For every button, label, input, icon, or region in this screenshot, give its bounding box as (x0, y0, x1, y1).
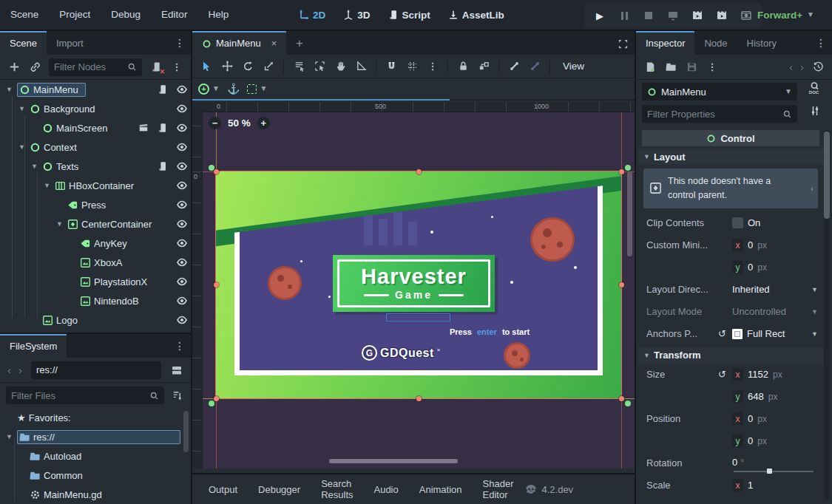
smart-snap-button[interactable] (382, 58, 401, 75)
revert-icon[interactable]: ↺ (718, 328, 726, 339)
collapse-icon[interactable]: ▼ (4, 433, 14, 440)
workspace-3d[interactable]: 3D (337, 10, 376, 21)
visibility-toggle[interactable] (175, 217, 189, 231)
2d-canvas[interactable]: 0 500 1000 0 − 50 % + (192, 102, 635, 469)
filter-properties-field[interactable] (647, 109, 782, 120)
close-icon[interactable]: × (271, 33, 277, 55)
tab-inspector[interactable]: Inspector (636, 31, 694, 55)
distraction-free-button[interactable] (612, 31, 635, 55)
filter-nodes-input[interactable] (49, 58, 142, 76)
visibility-toggle[interactable] (175, 274, 189, 289)
snap-options-menu[interactable]: ⋮ (423, 58, 442, 75)
tab-import[interactable]: Import (47, 31, 93, 55)
filter-nodes-field[interactable] (54, 61, 127, 72)
tab-filesystem[interactable]: FileSystem (0, 334, 67, 358)
zoom-out-button[interactable]: − (209, 117, 221, 129)
tree-row-anykey[interactable]: AnyKey (0, 234, 191, 253)
menu-help[interactable]: Help (197, 0, 239, 30)
visibility-toggle[interactable] (175, 313, 189, 327)
anchor-handle[interactable] (625, 401, 631, 406)
resize-handle-bm[interactable] (416, 396, 422, 401)
new-resource-button[interactable] (640, 58, 660, 76)
fs-row-res[interactable]: ▼ res:// (0, 427, 191, 446)
bottom-tab-shader-editor[interactable]: Shader Editor (474, 478, 523, 500)
resize-handle-mr[interactable] (619, 282, 624, 287)
menu-editor[interactable]: Editor (151, 0, 197, 30)
visibility-toggle[interactable] (175, 140, 189, 154)
filesystem-scrollbar[interactable] (183, 411, 189, 452)
collapse-icon[interactable]: ▼ (17, 143, 27, 151)
instance-scene-button[interactable] (25, 58, 44, 76)
bottom-tab-animation[interactable]: Animation (410, 484, 471, 495)
split-mode-button[interactable] (167, 361, 186, 379)
view-menu-button[interactable]: View (555, 58, 592, 75)
resource-menu-icon[interactable]: ⋮ (703, 58, 722, 76)
dock-menu-icon[interactable]: ⋮ (169, 31, 191, 55)
resize-handle-br[interactable] (619, 396, 624, 401)
resize-handle-tl[interactable] (214, 169, 219, 174)
collapse-icon[interactable]: ▼ (30, 163, 39, 170)
menu-debug[interactable]: Debug (101, 0, 151, 30)
new-scene-tab-button[interactable]: + (286, 31, 312, 55)
canvas-vscrollbar[interactable] (627, 171, 632, 256)
load-resource-button[interactable] (661, 58, 680, 76)
open-script-button[interactable] (155, 159, 170, 174)
layout-warning[interactable]: This node doesn't have a control parent.… (643, 168, 818, 208)
visibility-toggle[interactable] (175, 255, 189, 270)
list-select-button[interactable] (289, 58, 308, 75)
value-field[interactable]: 1 (748, 480, 753, 491)
resize-handle-tr[interactable] (619, 169, 624, 174)
ruler-tool-button[interactable] (351, 58, 371, 75)
bottom-tab-debugger[interactable]: Debugger (249, 484, 309, 495)
layout-direction-dropdown[interactable]: Inherited ▼ (732, 284, 818, 295)
value-field[interactable]: 0 (748, 262, 753, 273)
lock-button[interactable] (453, 58, 473, 75)
value-field[interactable]: 0 (748, 239, 753, 251)
tree-row-press[interactable]: Press (0, 195, 191, 214)
history-forward-icon[interactable]: › (797, 61, 807, 73)
path-field[interactable] (36, 364, 156, 375)
dock-menu-icon[interactable]: ⋮ (810, 31, 832, 55)
collapse-icon[interactable]: ▼ (4, 86, 14, 93)
visibility-toggle[interactable] (175, 120, 189, 135)
visibility-toggle[interactable] (175, 101, 189, 116)
section-layout[interactable]: ▼ Layout (637, 149, 824, 165)
slider-thumb[interactable] (767, 469, 772, 474)
add-node-button[interactable] (4, 58, 24, 76)
fs-row-mainmenu-gd[interactable]: MainMenu.gd (0, 485, 191, 503)
attach-script-button[interactable]: ✕ (146, 58, 166, 76)
tree-row-xboxa[interactable]: XboxA (0, 253, 191, 272)
tree-row-mainmenu[interactable]: ▼ MainMenu (0, 80, 191, 99)
grid-snap-button[interactable] (402, 58, 422, 75)
history-back-icon[interactable]: ‹ (786, 61, 796, 73)
select-tool-button[interactable] (197, 58, 216, 75)
value-field[interactable]: 0 (748, 435, 753, 446)
dock-menu-icon[interactable]: ⋮ (169, 334, 191, 358)
rotate-tool-button[interactable] (238, 58, 257, 75)
visibility-toggle[interactable] (175, 178, 189, 193)
workspace-assetlib[interactable]: AssetLib (442, 10, 510, 21)
move-tool-button[interactable] (217, 58, 237, 75)
extra-filter-options-button[interactable] (809, 105, 821, 117)
value-field[interactable]: 0 (732, 457, 737, 468)
value-field[interactable]: 1152 (748, 369, 768, 380)
selected-node[interactable]: MainMenu (17, 83, 86, 97)
remote-debug-button[interactable] (666, 9, 680, 22)
zoom-level[interactable]: 50 % (228, 118, 251, 129)
pause-button[interactable] (618, 9, 631, 22)
pivot-select-button[interactable] (310, 58, 329, 75)
group-button[interactable] (474, 58, 493, 75)
play-custom-scene-button[interactable] (715, 9, 728, 22)
open-docs-button[interactable] (808, 81, 821, 95)
nav-back-icon[interactable]: ‹ (4, 364, 14, 376)
tree-row-background[interactable]: ▼ Background (0, 99, 191, 118)
tree-row-context[interactable]: ▼ Context (0, 137, 191, 157)
menu-scene[interactable]: Scene (0, 0, 49, 30)
sort-files-button[interactable] (167, 386, 186, 404)
nav-forward-icon[interactable]: › (16, 364, 25, 376)
save-resource-button[interactable] (682, 58, 701, 76)
resize-handle-ml[interactable] (214, 282, 219, 287)
category-control[interactable]: Control (642, 130, 819, 146)
bottom-tab-search-results[interactable]: Search Results (312, 478, 362, 500)
fs-row-autoload[interactable]: Autoload (0, 446, 191, 466)
